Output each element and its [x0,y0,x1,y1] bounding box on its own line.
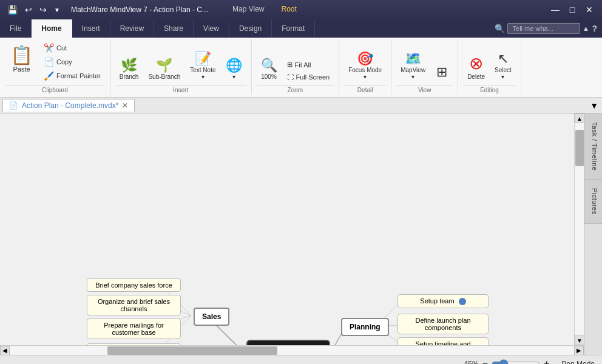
sales-branch[interactable]: Sales [194,308,229,326]
quick-access-dropdown[interactable]: ▼ [52,5,63,15]
full-screen-button[interactable]: ⛶ Full Screen [283,72,334,83]
globe-icon: 🌐 [226,59,242,72]
view-label: View [396,85,453,93]
ribbon: File Home Insert Review Share View Desig… [0,19,602,98]
canvas-wrapper: Action Plan Sales Brief company sales fo… [0,113,584,355]
fit-all-icon: ⊞ [287,61,293,69]
ribbon-expand-icon[interactable]: ▲ [583,24,590,33]
delete-button[interactable]: ⊗ Delete [463,51,489,83]
zoom-level-button[interactable]: 🔍 100% [257,56,282,83]
zoom-icon: 🔍 [261,59,277,72]
leaf-sales-4[interactable]: Organize online sales [87,343,181,345]
focus-icon: 🎯 [357,52,373,66]
view-items: 🗺️ MapView▾ ⊞ [396,41,453,83]
setup-icon [459,298,466,305]
zoom-value: 45% [464,360,479,365]
canvas[interactable]: Action Plan Sales Brief company sales fo… [0,113,584,345]
tab-format[interactable]: Format [272,19,315,38]
status-bar: 45% − + Pen Mode [0,355,602,364]
sub-branch-button[interactable]: 🌱 Sub-Branch [144,56,184,83]
select-icon: ↖ [498,51,509,67]
fit-all-button[interactable]: ⊞ Fit All [283,59,334,70]
detail-items: 🎯 Focus Mode▾ [344,41,386,83]
branch-icon: 🌿 [121,59,137,72]
tab-insert[interactable]: Insert [72,19,110,38]
paste-button[interactable]: 📋 Paste [5,41,38,76]
right-sidebar: Task / Timeline Pictures [584,113,602,355]
tab-file[interactable]: File [0,19,32,38]
insert-group: 🌿 Branch 🌱 Sub-Branch 📝 Text Note▾ 🌐 ▾ I… [110,40,252,95]
editing-items: ⊗ Delete ↖ Select▾ [463,41,516,83]
pen-mode-label: Pen Mode [561,360,595,365]
leaf-sales-1[interactable]: Brief company sales force [87,278,181,292]
scroll-left-button[interactable]: ◀ [0,346,10,356]
focus-mode-button[interactable]: 🎯 Focus Mode▾ [344,50,386,83]
ribbon-search-input[interactable] [507,23,580,34]
leaf-planning-3[interactable]: Setup timeline androadmap [397,337,489,345]
clipboard-label: Clipboard [5,85,105,93]
close-button[interactable]: ✕ [581,3,597,16]
center-node[interactable]: Action Plan [246,340,330,345]
zoom-plus-button[interactable]: + [544,359,549,365]
editing-label: Editing [463,85,516,93]
document-tab[interactable]: 📄 Action Plan - Complete.mvdx* ✕ [2,99,135,112]
leaf-sales-2[interactable]: Organize and brief saleschannels [87,295,181,315]
tab-view[interactable]: View [194,19,229,38]
mapview-button[interactable]: 🗺️ MapView▾ [396,50,430,83]
title-left: 💾 ↩ ↪ ▼ MatchWare MindView 7 - Action Pl… [5,1,305,18]
scroll-thumb[interactable] [575,130,584,166]
doc-tab-label: Action Plan - Complete.mvdx* [22,101,118,110]
zoom-minus-button[interactable]: − [482,359,488,365]
text-note-button[interactable]: 📝 Text Note▾ [186,50,220,83]
tab-design[interactable]: Design [229,19,272,38]
insert-items: 🌿 Branch 🌱 Sub-Branch 📝 Text Note▾ 🌐 ▾ [115,41,246,83]
vertical-scrollbar[interactable]: ▲ ▼ [574,113,584,345]
view-extra-button[interactable]: ⊞ [431,63,453,83]
window-controls: — □ ✕ [547,3,597,16]
mapview-tab[interactable]: Map View [224,1,272,18]
minimize-button[interactable]: — [547,3,563,16]
horizontal-scrollbar[interactable]: ◀ ▶ [0,345,584,355]
planning-branch[interactable]: Planning [341,318,389,336]
insert-dropdown-button[interactable]: 🌐 ▾ [222,56,246,83]
task-timeline-tab[interactable]: Task / Timeline [584,113,602,180]
text-note-icon: 📝 [195,52,211,66]
format-painter-button[interactable]: 🖌️ Format Painter [39,69,105,83]
format-painter-icon: 🖌️ [44,71,54,81]
view-group: 🗺️ MapView▾ ⊞ View [391,40,458,95]
copy-button[interactable]: 📄 Copy [39,55,105,69]
redo-button[interactable]: ↪ [37,4,49,16]
tab-review[interactable]: Review [110,19,154,38]
select-button[interactable]: ↖ Select▾ [490,49,516,83]
zoom-control: 45% − + [464,359,550,365]
leaf-sales-3[interactable]: Prepare mailings forcustomer base [87,318,181,339]
doc-bar: 📄 Action Plan - Complete.mvdx* ✕ ▼ [0,98,602,113]
scroll-up-button[interactable]: ▲ [575,113,584,123]
root-tab[interactable]: Root [272,1,305,18]
full-screen-icon: ⛶ [287,73,294,81]
leaf-planning-1[interactable]: Setup team [397,294,489,308]
scroll-right-button[interactable]: ▶ [574,346,584,356]
scroll-down-button[interactable]: ▼ [575,335,584,345]
cut-button[interactable]: ✂️ Cut [39,41,105,55]
zoom-slider[interactable] [492,359,540,365]
ribbon-tab-bar: File Home Insert Review Share View Desig… [0,19,602,38]
leaf-planning-2[interactable]: Define launch plancomponents [397,314,489,334]
search-icon: 🔍 [495,24,505,33]
save-button[interactable]: 💾 [5,4,20,16]
doc-bar-dropdown[interactable]: ▼ [586,99,602,112]
maximize-button[interactable]: □ [564,3,580,16]
clipboard-small-buttons: ✂️ Cut 📄 Copy 🖌️ Format Painter [39,41,105,83]
doc-close-button[interactable]: ✕ [122,101,128,110]
tab-home[interactable]: Home [32,19,72,38]
pictures-tab[interactable]: Pictures [584,180,602,224]
ribbon-help-icon[interactable]: ? [592,24,597,33]
clipboard-items: 📋 Paste ✂️ Cut 📄 Copy 🖌️ [5,41,105,83]
main-area: Action Plan Sales Brief company sales fo… [0,113,602,355]
tab-share[interactable]: Share [154,19,194,38]
mapview-icon: 🗺️ [405,52,421,66]
branch-button[interactable]: 🌿 Branch [115,56,143,83]
undo-button[interactable]: ↩ [22,4,35,16]
hscroll-thumb[interactable] [107,346,277,355]
copy-icon: 📄 [44,57,54,67]
